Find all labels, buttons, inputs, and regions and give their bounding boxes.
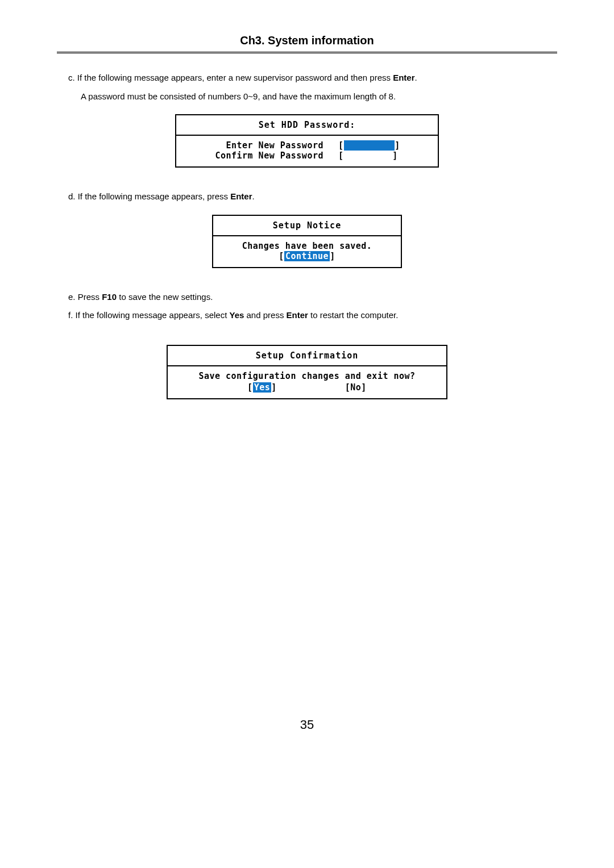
para-e-f10: F10 xyxy=(102,292,117,302)
para-d-line: d. If the following message appears, pre… xyxy=(68,190,546,203)
bios-hdd-enter-field[interactable]: [ ] xyxy=(338,140,400,151)
para-f-line: f. If the following message appears, sel… xyxy=(68,309,546,322)
bios-notice-continue[interactable]: Continue xyxy=(284,251,330,261)
bios-hdd-enter-label: Enter New Password xyxy=(184,140,327,151)
bios-confirm-msg: Save configuration changes and exit now? xyxy=(176,371,438,381)
page-number: 35 xyxy=(68,717,546,732)
bracket-open: [ xyxy=(338,151,344,161)
para-d-enter: Enter xyxy=(230,191,252,201)
bios-notice-title: Setup Notice xyxy=(213,216,401,236)
bracket-close: ] xyxy=(392,151,398,161)
para-f-pre: f. If the following message appears, sel… xyxy=(68,310,229,320)
bios-confirm-no-wrap: [No] xyxy=(345,382,367,393)
bios-confirm-yes-wrap: [Yes] xyxy=(247,382,277,393)
bios-confirm-yes[interactable]: Yes xyxy=(253,382,272,393)
bios-hdd-enter-highlight[interactable] xyxy=(344,140,395,151)
para-e-post: to save the new settings. xyxy=(117,292,213,302)
para-f-yes: Yes xyxy=(229,310,244,320)
para-e-pre: e. Press xyxy=(68,292,102,302)
para-c-line1: c. If the following message appears, ent… xyxy=(68,72,546,85)
para-e-line: e. Press F10 to save the new settings. xyxy=(68,291,546,304)
bios-hdd-confirm-row: Confirm New Password [ ] xyxy=(184,151,430,161)
para-c-period: . xyxy=(415,73,417,82)
bios-hdd-enter-row: Enter New Password [ ] xyxy=(184,140,430,151)
chapter-title: Ch3. System information xyxy=(68,34,546,47)
para-c-enter: Enter xyxy=(393,73,414,82)
bios-confirm-no[interactable]: No xyxy=(350,382,361,393)
bracket-open: [ xyxy=(338,140,344,151)
bios-hdd-title: Set HDD Password: xyxy=(176,115,438,136)
bios-hdd-confirm-label: Confirm New Password xyxy=(184,151,327,161)
para-f-enter: Enter xyxy=(287,310,308,320)
bios-hdd-box: Set HDD Password: Enter New Password [ ]… xyxy=(175,114,439,168)
bracket-close: ] xyxy=(330,251,335,261)
para-f-mid: and press xyxy=(244,310,286,320)
bracket-open: [ xyxy=(279,251,284,261)
para-c-line2: A password must be consisted of numbers … xyxy=(81,90,546,103)
para-c-text: c. If the following message appears, ent… xyxy=(68,73,393,82)
bios-confirm-box: Setup Confirmation Save configuration ch… xyxy=(167,345,447,399)
para-d-text: d. If the following message appears, pre… xyxy=(68,191,230,201)
bios-hdd-confirm-field[interactable]: [ ] xyxy=(338,151,398,161)
para-d-period: . xyxy=(252,191,255,201)
bios-notice-msg: Changes have been saved. xyxy=(221,241,393,251)
bios-confirm-title: Setup Confirmation xyxy=(168,346,446,366)
header-rule xyxy=(57,52,557,53)
bracket-close: ] xyxy=(395,140,400,151)
para-f-post: to restart the computer. xyxy=(308,310,398,320)
bios-notice-box: Setup Notice Changes have been saved. [C… xyxy=(212,215,402,268)
bios-notice-continue-row: [Continue] xyxy=(221,251,393,261)
